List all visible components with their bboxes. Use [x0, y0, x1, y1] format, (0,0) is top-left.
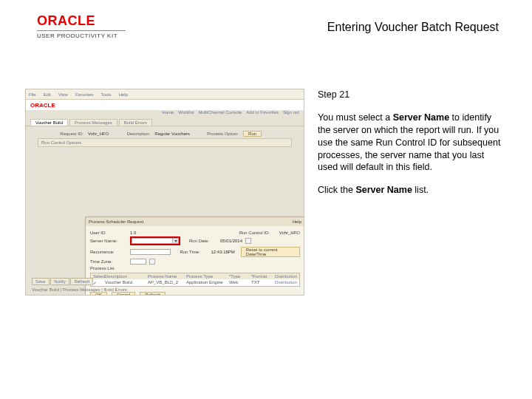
logo-block: ORACLE USER PRODUCTIVITY KIT — [37, 13, 126, 39]
request-id-label: Request ID: — [32, 132, 83, 136]
process-list-title: Process List — [90, 266, 300, 270]
embedded-screenshot: File Edit View Favorites Tools Help ORAC… — [25, 89, 304, 296]
recurrence-label: Recurrence: — [90, 250, 127, 254]
process-option-label: Process Option: — [194, 132, 239, 136]
link-fav: Add to Favorites — [246, 110, 279, 117]
menu-view: View — [58, 92, 68, 97]
description-value: Regular Vouchers — [154, 132, 190, 136]
reset-button: Reset to current Date/Time — [241, 247, 300, 257]
runctl-value: Vchr_HFO — [279, 231, 300, 235]
server-name-dropdown[interactable] — [130, 236, 180, 245]
browser-menubar: File Edit View Favorites Tools Help — [26, 89, 304, 100]
link-home: Home — [162, 110, 174, 117]
step-label: Step 21 — [318, 89, 501, 101]
dialog-titlebar: Process Scheduler Request Help — [86, 217, 304, 226]
tab-voucher-build: Voucher Build — [30, 119, 68, 126]
instruction-panel: Step 21 You must select a Server Name to… — [318, 89, 501, 197]
menu-help: Help — [119, 92, 128, 97]
menu-file: File — [29, 92, 36, 97]
run-control-bar: Run Control Options — [38, 138, 292, 147]
chevron-down-icon[interactable] — [173, 238, 179, 244]
tab-build-errors: Build Errors — [119, 119, 152, 126]
page-footer: Save Notify Refresh Voucher Build | Proc… — [26, 275, 304, 295]
request-id-value: Vchr_HFO — [88, 132, 109, 136]
tab-process-messages: Process Messages — [69, 119, 117, 126]
description-label: Description: — [113, 132, 150, 136]
link-mcc: MultiChannel Console — [199, 110, 242, 117]
instruction-paragraph-2: Click the Server Name list. — [318, 184, 501, 197]
timezone-label: Time Zone: — [90, 259, 127, 264]
page-tabs: Voucher Build Process Messages Build Err… — [26, 117, 304, 126]
breadcrumbs: Voucher Build | Process Messages | Build… — [32, 287, 298, 292]
runtime-value: 12:43:18PM — [211, 250, 234, 254]
form-area: Request ID: Vchr_HFO Description: Regula… — [26, 126, 304, 151]
menu-edit: Edit — [44, 92, 51, 97]
timezone-field — [130, 259, 146, 265]
server-name-term: Server Name — [393, 112, 449, 123]
dialog-title: Process Scheduler Request — [89, 219, 143, 224]
refresh-button: Refresh — [70, 278, 93, 285]
instruction-paragraph-1: You must select a Server Name to identif… — [318, 112, 501, 174]
rundate-label: Run Date: — [189, 239, 217, 243]
user-id-value: 1 0 — [130, 231, 136, 235]
notify-button: Notify — [50, 278, 69, 285]
server-name-input[interactable] — [132, 238, 173, 244]
oracle-logo: ORACLE — [37, 13, 126, 29]
run-button: Run — [243, 131, 262, 137]
runtime-label: Run Time: — [180, 250, 208, 254]
server-name-label: Server Name: — [90, 239, 127, 243]
menu-favorites: Favorites — [75, 92, 94, 97]
save-button: Save — [32, 278, 50, 285]
rundate-value: 05/01/2014 — [220, 239, 242, 243]
server-name-term-2: Server Name — [355, 185, 412, 195]
lookup-icon — [149, 259, 155, 265]
link-signout: Sign out — [283, 110, 299, 117]
link-worklist: Worklist — [178, 110, 194, 117]
oracle-wordmark: ORACLE — [30, 102, 55, 109]
app-links: Home Worklist MultiChannel Console Add t… — [26, 110, 304, 117]
menu-tools: Tools — [101, 92, 112, 97]
user-id-label: User ID: — [90, 231, 127, 235]
app-header: ORACLE — [26, 100, 304, 110]
page-title: Entering Voucher Batch Request — [327, 21, 499, 34]
upk-subtitle: USER PRODUCTIVITY KIT — [37, 30, 126, 39]
dialog-help-link: Help — [293, 219, 301, 224]
calendar-icon — [245, 238, 251, 244]
recurrence-field — [130, 249, 171, 255]
runctl-label: Run Control ID: — [239, 231, 276, 235]
